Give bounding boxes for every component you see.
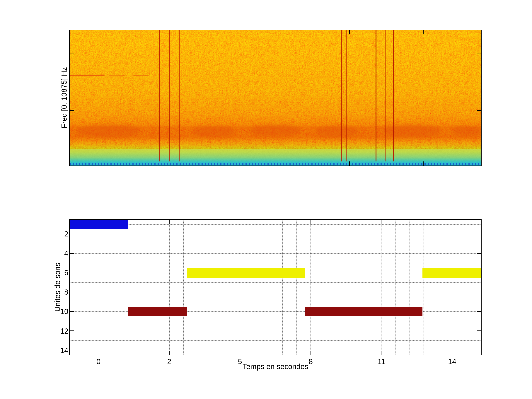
spectrogram-ytick-right bbox=[477, 139, 481, 139]
timeline-ytick-left bbox=[70, 253, 74, 254]
grid-line-horizontal bbox=[70, 224, 481, 225]
grid-line-vertical bbox=[410, 220, 410, 355]
timeline-xtick-top bbox=[99, 220, 99, 224]
timeline-xlabel: Temps en secondes bbox=[202, 362, 349, 371]
spectrogram-horizontal-streak bbox=[133, 75, 149, 76]
sound-units-axes bbox=[69, 219, 481, 355]
grid-line-vertical bbox=[282, 220, 283, 355]
timeline-ytick-left bbox=[70, 292, 74, 292]
spectrogram-axes bbox=[69, 30, 481, 166]
grid-line-vertical bbox=[198, 220, 198, 355]
grid-line-vertical bbox=[381, 220, 381, 355]
y-tick-label: 14 bbox=[46, 346, 68, 355]
spectrogram-xtick-bottom bbox=[202, 161, 202, 165]
grid-line-vertical bbox=[424, 220, 424, 355]
spectrogram-xtick-bottom bbox=[128, 161, 128, 165]
y-tick-label: 6 bbox=[46, 269, 68, 277]
grid-line-vertical bbox=[254, 220, 254, 355]
timeline-xtick-top bbox=[310, 220, 311, 224]
timeline-xtick-top bbox=[169, 220, 170, 224]
spectrogram-ytick-left bbox=[70, 139, 74, 139]
timeline-ytick-left bbox=[70, 330, 74, 331]
y-tick-label: 8 bbox=[46, 288, 68, 296]
grid-line-vertical bbox=[353, 220, 353, 355]
spectrogram-xtick-bottom bbox=[423, 161, 424, 165]
bar-darkred-unit10-b bbox=[305, 307, 423, 316]
grid-line-horizontal bbox=[70, 302, 481, 302]
x-tick-label: 2 bbox=[158, 357, 180, 366]
spectrogram-dc-band bbox=[70, 163, 481, 165]
spectrogram-ytick-right bbox=[477, 82, 481, 82]
spectrogram-energy-blob bbox=[452, 126, 481, 136]
spectrogram-xtick-top bbox=[128, 30, 128, 34]
spectrogram-transient-line bbox=[159, 30, 160, 161]
spectrogram-ytick-right bbox=[477, 110, 481, 111]
grid-line-vertical bbox=[99, 220, 99, 355]
y-tick-label: 10 bbox=[46, 307, 68, 316]
timeline-ytick-right bbox=[477, 273, 481, 273]
timeline-ytick-left bbox=[70, 234, 74, 234]
spectrogram-horizontal-streak bbox=[70, 75, 105, 76]
grid-line-vertical bbox=[438, 220, 438, 355]
timeline-xtick-bottom bbox=[169, 351, 170, 355]
timeline-ytick-right bbox=[477, 253, 481, 254]
y-tick-label: 2 bbox=[46, 230, 68, 238]
spectrogram-energy-blob bbox=[382, 125, 440, 137]
timeline-ytick-left bbox=[70, 311, 74, 312]
y-tick-label: 12 bbox=[46, 327, 68, 335]
spectrogram-transient-line bbox=[169, 30, 170, 161]
grid-line-vertical bbox=[212, 220, 212, 355]
spectrogram-xtick-top bbox=[349, 30, 350, 34]
timeline-xtick-top bbox=[452, 220, 452, 224]
spectrogram-xtick-bottom bbox=[349, 161, 350, 165]
x-tick-label: 5 bbox=[229, 357, 251, 366]
x-tick-label: 14 bbox=[441, 357, 463, 366]
timeline-xtick-bottom bbox=[99, 351, 99, 355]
spectrogram-transient-line bbox=[385, 30, 386, 161]
bar-blue-unit1 bbox=[70, 220, 128, 229]
spectrogram-xtick-top bbox=[276, 30, 276, 34]
grid-line-vertical bbox=[85, 220, 85, 355]
spectrogram-transient-line bbox=[375, 30, 376, 161]
grid-line-vertical bbox=[268, 220, 268, 355]
timeline-ytick-right bbox=[477, 330, 481, 331]
x-tick-label: 0 bbox=[87, 357, 109, 366]
grid-line-vertical bbox=[325, 220, 325, 355]
spectrogram-horizontal-streak bbox=[109, 75, 125, 76]
timeline-ytick-right bbox=[477, 234, 481, 234]
spectrogram-energy-blob bbox=[251, 125, 300, 136]
bar-darkred-unit10-a bbox=[128, 307, 187, 316]
grid-line-vertical bbox=[226, 220, 226, 355]
matlab-figure: Freq [0, 10875] Hz Unites de sons Temps … bbox=[0, 0, 532, 399]
grid-line-horizontal bbox=[70, 292, 481, 292]
grid-line-horizontal bbox=[70, 282, 481, 283]
grid-line-horizontal bbox=[70, 253, 481, 254]
spectrogram-energy-blob bbox=[78, 125, 140, 137]
spectrogram-xtick-bottom bbox=[276, 161, 276, 165]
timeline-xtick-top bbox=[240, 220, 240, 224]
grid-line-horizontal bbox=[70, 350, 481, 350]
timeline-ytick-left bbox=[70, 273, 74, 273]
spectrogram-ytick-left bbox=[70, 110, 74, 111]
spectrogram-transient-line bbox=[393, 30, 394, 161]
bar-yellow-unit6-a bbox=[187, 268, 305, 278]
spectrogram-image bbox=[70, 30, 481, 165]
grid-line-vertical bbox=[466, 220, 466, 355]
timeline-xtick-top bbox=[381, 220, 381, 224]
grid-line-horizontal bbox=[70, 331, 481, 331]
grid-line-vertical bbox=[310, 220, 311, 355]
x-tick-label: 8 bbox=[300, 357, 322, 366]
grid-line-vertical bbox=[367, 220, 367, 355]
spectrogram-energy-blob bbox=[193, 126, 234, 137]
x-tick-label: 11 bbox=[370, 357, 393, 366]
grid-line-vertical bbox=[169, 220, 170, 355]
grid-line-horizontal bbox=[70, 234, 481, 234]
spectrogram-transient-line bbox=[346, 30, 347, 161]
grid-line-horizontal bbox=[70, 244, 481, 244]
y-tick-label: 4 bbox=[46, 249, 68, 257]
grid-line-vertical bbox=[155, 220, 155, 355]
timeline-ytick-right bbox=[477, 292, 481, 292]
grid-line-vertical bbox=[141, 220, 141, 355]
spectrogram-ytick-left bbox=[70, 54, 74, 54]
timeline-xtick-bottom bbox=[452, 351, 452, 355]
